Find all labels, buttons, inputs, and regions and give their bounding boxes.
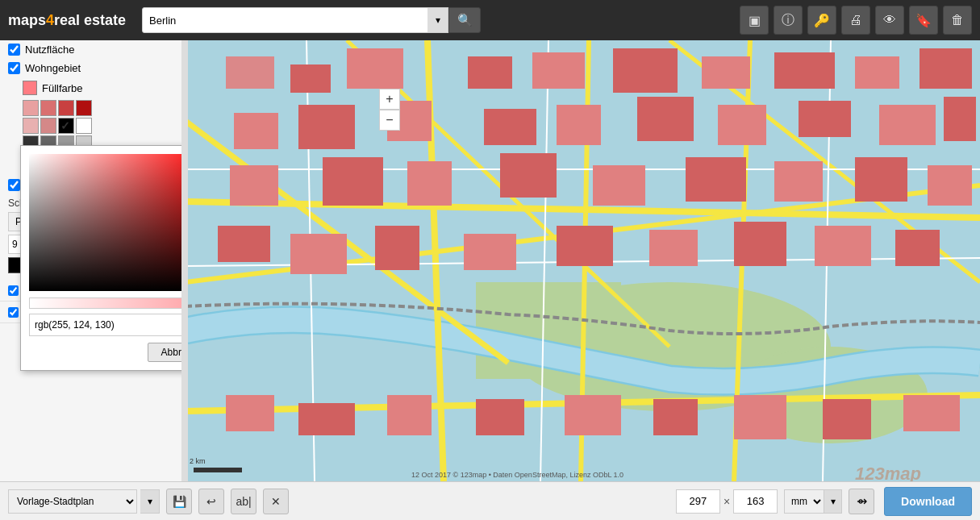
zoom-out-button[interactable]: − [379,110,400,131]
fit-button[interactable]: ⇴ [849,489,874,514]
print-tool-button[interactable]: 🖨 [841,6,870,35]
save-button[interactable]: 💾 [166,489,192,514]
svg-rect-40 [407,161,452,206]
svg-rect-53 [734,222,786,266]
svg-text:12 Oct 2017 © 123map • Daten O: 12 Oct 2017 © 123map • Daten OpenStreetM… [411,471,623,479]
info-icon: ⓘ [782,12,794,29]
wohngebiet-checkbox[interactable] [8,62,20,74]
svg-rect-44 [774,161,823,202]
svg-rect-46 [928,165,972,206]
wohngebiet-label[interactable]: Wohngebiet [25,62,81,74]
svg-rect-32 [557,105,601,145]
text-format-icon: ab| [236,495,251,508]
svg-rect-26 [855,56,899,89]
frame-tool-button[interactable]: ▣ [740,6,769,35]
svg-rect-29 [298,105,355,149]
bottom-bar: Vorlage-Stadtplan ▾ 💾 ↩ ab| ✕ × mm ▾ ⇴ D… [0,481,980,520]
alpha-bar[interactable] [29,297,186,309]
sidebar: Nutzfläche Wohngebiet Füllfarbe [0,40,186,481]
info-tool-button[interactable]: ⓘ [774,6,803,35]
height-input[interactable] [733,489,778,514]
map-area[interactable]: 2 km 123map 12 Oct 2017 © 123map • Daten… [186,40,980,481]
swatch-3[interactable] [76,100,92,116]
svg-rect-43 [686,157,746,202]
sidebar-scrollbar[interactable] [181,40,188,481]
svg-rect-60 [565,395,621,435]
svg-rect-57 [298,403,355,435]
svg-rect-24 [702,56,750,89]
svg-rect-61 [653,399,698,435]
nutzflaeche-checkbox[interactable] [8,44,20,56]
svg-rect-39 [323,157,383,206]
swatch-7[interactable] [76,118,92,134]
swatch-5[interactable] [40,118,56,134]
unit-select-arrow[interactable]: ▾ [824,489,842,514]
search-icon: 🔍 [457,13,473,27]
swatch-6[interactable] [58,118,74,134]
nutzflaeche-label[interactable]: Nutzfläche [25,44,74,56]
svg-rect-31 [484,109,536,145]
text-format-button[interactable]: ab| [231,489,256,514]
staatenbeschriftung-checkbox[interactable] [8,179,20,191]
key-tool-button[interactable]: 🔑 [807,6,836,35]
svg-rect-47 [218,226,270,262]
svg-rect-65 [194,468,242,472]
svg-rect-62 [734,395,786,439]
svg-rect-56 [226,395,274,431]
color-value-input[interactable] [29,314,186,336]
swatch-4[interactable] [23,118,39,134]
delete-icon: ✕ [271,495,281,508]
svg-rect-19 [290,64,331,93]
width-input[interactable] [676,489,720,514]
svg-rect-45 [855,157,907,202]
template-select-arrow[interactable]: ▾ [140,489,160,514]
search-input-wrap: ▾ [142,7,448,33]
zoom-in-button[interactable]: + [379,89,400,110]
undo-button[interactable]: ↩ [198,489,224,514]
color-gradient-canvas[interactable] [29,154,186,291]
map-canvas[interactable]: 2 km 123map 12 Oct 2017 © 123map • Daten… [186,40,980,481]
svg-rect-64 [903,395,960,431]
delete-button[interactable]: ✕ [263,489,289,514]
fuellfarbe-swatch[interactable] [23,81,37,95]
nutzflaeche-row: Nutzfläche [0,40,185,59]
print-icon: 🖨 [849,13,862,27]
fuellfarbe-label: Füllfarbe [42,82,83,94]
svg-text:123map: 123map [855,464,921,481]
swatch-1[interactable] [40,100,56,116]
fit-icon: ⇴ [857,493,867,509]
svg-rect-20 [347,48,403,89]
frame-icon: ▣ [749,13,761,28]
logo: maps4real estate [8,12,126,29]
verkehr-checkbox[interactable] [8,307,19,318]
eye-tool-button[interactable]: 👁 [875,6,904,35]
save-icon: 💾 [173,495,186,508]
cancel-button[interactable]: Abbrechen [148,343,186,362]
logo-text: maps [8,12,46,28]
orte-checkbox[interactable] [8,285,19,296]
svg-rect-49 [375,226,419,270]
template-select[interactable]: Vorlage-Stadtplan [8,489,137,514]
search-input[interactable] [142,7,448,33]
svg-rect-37 [944,97,976,141]
svg-rect-59 [476,399,524,435]
svg-rect-28 [234,113,278,149]
trash-tool-button[interactable]: 🗑 [943,6,972,35]
logo-subtitle: real estate [54,12,126,28]
swatch-0[interactable] [23,100,39,116]
bookmark-tool-button[interactable]: 🔖 [909,6,938,35]
svg-rect-41 [500,153,557,198]
svg-rect-18 [226,56,274,89]
download-button[interactable]: Download [884,487,972,516]
svg-rect-55 [895,230,940,266]
eye-icon: 👁 [883,13,896,27]
swatch-2[interactable] [58,100,74,116]
search-button[interactable]: 🔍 [448,7,481,33]
color-input-row [29,314,186,336]
svg-rect-27 [920,48,972,89]
unit-select[interactable]: mm [784,489,824,514]
search-dropdown-button[interactable]: ▾ [427,7,448,33]
svg-rect-58 [387,395,432,435]
trash-icon: 🗑 [951,13,964,27]
svg-rect-48 [290,234,347,274]
